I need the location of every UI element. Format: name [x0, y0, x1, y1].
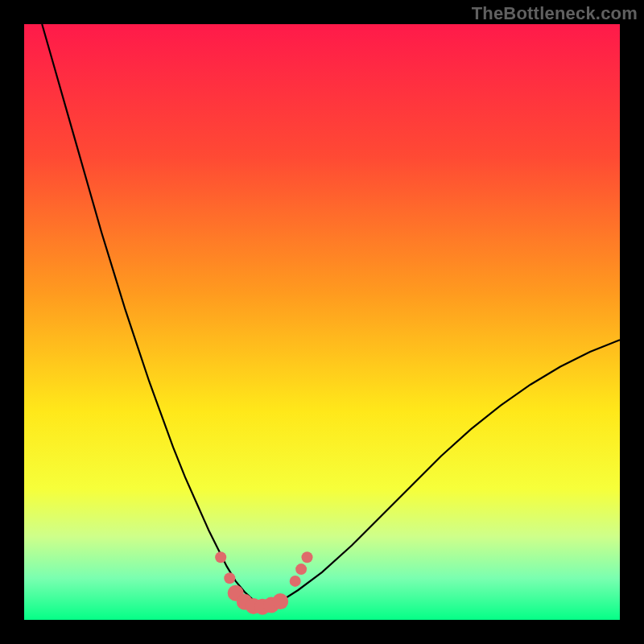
chart-frame: TheBottleneck.com — [0, 0, 644, 644]
marker-dot — [215, 551, 226, 563]
watermark-text: TheBottleneck.com — [472, 3, 638, 24]
marker-dot — [295, 564, 307, 575]
marker-dot — [272, 593, 288, 609]
marker-dot — [224, 572, 235, 584]
bottleneck-curve-chart — [0, 0, 644, 644]
marker-dot — [290, 576, 301, 587]
plot-background — [24, 24, 620, 620]
marker-dot — [302, 551, 313, 563]
